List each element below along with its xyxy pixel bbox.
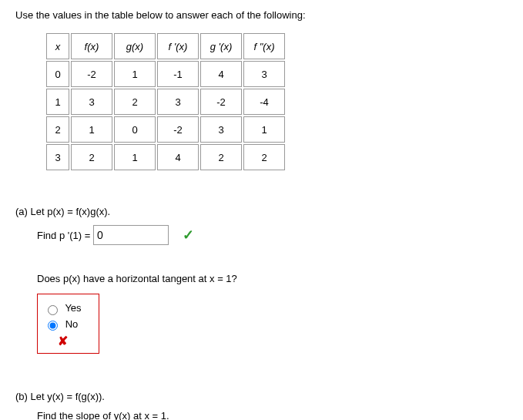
- cell: 1: [114, 61, 156, 87]
- check-icon: ✓: [183, 227, 194, 243]
- part-a-find-line: Find p '(1) = ✓: [37, 225, 508, 245]
- value-table: x f(x) g(x) f '(x) g '(x) f "(x) 0 -2 1 …: [45, 32, 287, 172]
- radio-row-yes: Yes: [44, 302, 82, 315]
- radio-yes[interactable]: [48, 305, 58, 315]
- radio-no[interactable]: [48, 321, 58, 331]
- cell: 2: [46, 116, 69, 143]
- instruction-text: Use the values in the table below to ans…: [15, 9, 508, 21]
- find-p-prime-text: Find p '(1) =: [37, 230, 90, 241]
- tangent-radio-group: Yes No ✘: [37, 294, 99, 354]
- cell: 1: [46, 89, 69, 115]
- table-row: 1 3 2 3 -2 -4: [46, 89, 285, 115]
- cell: 2: [114, 89, 156, 115]
- cell: 0: [114, 116, 156, 143]
- col-header: g(x): [114, 33, 156, 59]
- incorrect-mark-row: ✘: [44, 334, 82, 348]
- x-icon: ✘: [58, 334, 68, 348]
- cell: 3: [46, 144, 69, 170]
- radio-no-label: No: [65, 318, 79, 330]
- cell: 1: [71, 116, 112, 143]
- cell: -1: [157, 61, 199, 87]
- part-b-slope-line: Find the slope of y(x) at x = 1.: [37, 410, 508, 420]
- radio-row-no: No: [44, 318, 82, 331]
- col-header: f "(x): [243, 33, 285, 59]
- table-header-row: x f(x) g(x) f '(x) g '(x) f "(x): [46, 33, 285, 59]
- tangent-question: Does p(x) have a horizontal tangent at x…: [37, 273, 508, 284]
- cell: -2: [71, 61, 112, 87]
- col-header: f '(x): [157, 33, 199, 59]
- cell: 2: [243, 144, 285, 170]
- table-row: 3 2 1 4 2 2: [46, 144, 285, 170]
- col-header: g '(x): [200, 33, 242, 59]
- cell: 0: [46, 61, 69, 87]
- cell: 3: [71, 89, 112, 115]
- radio-yes-label: Yes: [65, 302, 81, 314]
- cell: -2: [200, 89, 242, 115]
- cell: 3: [157, 89, 199, 115]
- cell: -2: [157, 116, 199, 143]
- cell: 1: [114, 144, 156, 170]
- cell: 2: [71, 144, 112, 170]
- table-row: 0 -2 1 -1 4 3: [46, 61, 285, 87]
- cell: 4: [200, 61, 242, 87]
- table-row: 2 1 0 -2 3 1: [46, 116, 285, 143]
- cell: -4: [243, 89, 285, 115]
- cell: 3: [200, 116, 242, 143]
- cell: 4: [157, 144, 199, 170]
- cell: 3: [243, 61, 285, 87]
- p-prime-answer-input[interactable]: [93, 225, 169, 245]
- part-b-label: (b) Let y(x) = f(g(x)).: [15, 391, 508, 402]
- col-header: x: [46, 33, 69, 59]
- cell: 2: [200, 144, 242, 170]
- col-header: f(x): [71, 33, 112, 59]
- cell: 1: [243, 116, 285, 143]
- part-a-label: (a) Let p(x) = f(x)g(x).: [15, 206, 508, 217]
